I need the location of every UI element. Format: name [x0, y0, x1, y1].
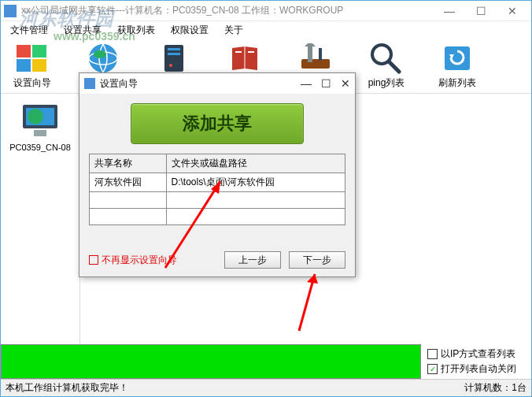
option-label: 打开列表自动关闭: [441, 362, 516, 376]
svg-rect-9: [168, 53, 180, 55]
dialog-icon: [84, 78, 95, 89]
computer-list-panel: PC0359_CN-08: [1, 94, 79, 354]
share-table: 共享名称 文件夹或磁盘路径 河东软件园 D:\tools\桌面\河东软件园: [89, 154, 345, 225]
status-left: 本机工作组计算机获取完毕！: [6, 381, 128, 395]
titlebar: xx公司局域网共享软件---计算机名：PC0359_CN-08 工作组：WORK…: [1, 1, 531, 21]
dialog-titlebar[interactable]: 设置向导 — ☐ ✕: [79, 73, 355, 94]
svg-rect-12: [248, 51, 254, 53]
computer-icon: [18, 102, 62, 139]
col-folder-path[interactable]: 文件夹或磁盘路径: [166, 154, 345, 173]
svg-rect-3: [32, 59, 46, 72]
menu-set-share[interactable]: 设置共享: [57, 22, 108, 39]
svg-rect-2: [17, 59, 31, 72]
dialog-minimize-button[interactable]: —: [301, 77, 312, 90]
svg-rect-13: [301, 59, 330, 69]
checkbox-icon: ✓: [427, 364, 438, 374]
bottom-bar: 以IP方式查看列表 ✓ 打开列表自动关闭: [1, 344, 531, 379]
dialog-body: 添加共享 共享名称 文件夹或磁盘路径 河东软件园 D:\tools\桌面\河东软…: [79, 94, 355, 266]
next-button[interactable]: 下一步: [289, 251, 345, 269]
svg-rect-23: [34, 130, 46, 136]
svg-rect-0: [17, 45, 31, 58]
checkbox-icon: [89, 255, 98, 265]
app-icon: [4, 5, 17, 17]
window-title: xx公司局域网共享软件---计算机名：PC0359_CN-08 工作组：WORK…: [21, 4, 434, 17]
svg-rect-14: [308, 46, 312, 62]
windows-icon: [13, 42, 51, 75]
svg-point-6: [94, 50, 106, 58]
table-row: [90, 209, 345, 225]
toolbar-label: 设置向导: [13, 76, 51, 90]
svg-rect-8: [168, 48, 180, 50]
close-button[interactable]: ✕: [497, 2, 528, 20]
option-auto-close[interactable]: ✓ 打开列表自动关闭: [427, 362, 525, 376]
window-controls: — ☐ ✕: [434, 2, 528, 20]
svg-rect-11: [235, 51, 242, 53]
cell-folder-path: D:\tools\桌面\河东软件园: [166, 173, 345, 192]
menu-permissions[interactable]: 权限设置: [164, 22, 215, 39]
add-share-button[interactable]: 添加共享: [131, 103, 304, 144]
minimize-button[interactable]: —: [434, 2, 465, 20]
no-show-label: 不再显示设置向导: [102, 254, 177, 267]
magnifier-icon: [368, 42, 405, 75]
toolbar-ping-list[interactable]: ping列表: [363, 42, 410, 90]
no-show-wizard-checkbox[interactable]: 不再显示设置向导: [89, 254, 177, 267]
maximize-button[interactable]: ☐: [465, 2, 497, 20]
dialog-title: 设置向导: [100, 77, 301, 91]
menu-about[interactable]: 关于: [218, 22, 249, 39]
option-label: 以IP方式查看列表: [441, 347, 515, 361]
prev-button[interactable]: 上一步: [224, 251, 281, 269]
server-icon: [155, 42, 193, 75]
toolbar-label: ping列表: [368, 76, 405, 90]
svg-rect-15: [319, 48, 322, 61]
book-icon: [226, 42, 264, 75]
toolbar-refresh[interactable]: 刷新列表: [434, 42, 481, 90]
table-row[interactable]: 河东软件园 D:\tools\桌面\河东软件园: [90, 173, 345, 192]
dialog-footer: 不再显示设置向导 上一步 下一步: [89, 251, 345, 269]
menubar: 文件管理 设置共享 获取列表 权限设置 关于: [1, 21, 531, 39]
table-row: [90, 192, 345, 209]
checkbox-icon: [427, 349, 438, 359]
computer-name: PC0359_CN-08: [9, 143, 71, 152]
tools-icon: [297, 42, 334, 75]
dialog-maximize-button[interactable]: ☐: [321, 77, 331, 90]
menu-get-list[interactable]: 获取列表: [111, 22, 161, 39]
svg-line-17: [389, 61, 399, 72]
svg-point-10: [169, 64, 172, 67]
bottom-options: 以IP方式查看列表 ✓ 打开列表自动关闭: [421, 344, 531, 379]
refresh-icon: [438, 42, 476, 75]
computer-item[interactable]: PC0359_CN-08: [9, 102, 72, 152]
svg-point-22: [28, 109, 43, 124]
setup-wizard-dialog: 设置向导 — ☐ ✕ 添加共享 共享名称 文件夹或磁盘路径 河东软件园 D:\t…: [79, 72, 356, 277]
progress-bar: [1, 344, 421, 379]
option-ip-view[interactable]: 以IP方式查看列表: [427, 347, 525, 361]
globe-icon: [84, 42, 122, 75]
statusbar: 本机工作组计算机获取完毕！ 计算机数：1台: [1, 379, 531, 396]
svg-rect-1: [32, 45, 46, 58]
col-share-name[interactable]: 共享名称: [90, 154, 167, 173]
dialog-close-button[interactable]: ✕: [341, 77, 350, 90]
toolbar-setup-wizard[interactable]: 设置向导: [9, 42, 56, 90]
svg-point-4: [89, 44, 117, 72]
cell-share-name: 河东软件园: [90, 173, 167, 192]
toolbar-label: 刷新列表: [438, 76, 476, 90]
status-right: 计算机数：1台: [464, 381, 526, 395]
menu-file-manage[interactable]: 文件管理: [4, 22, 54, 39]
